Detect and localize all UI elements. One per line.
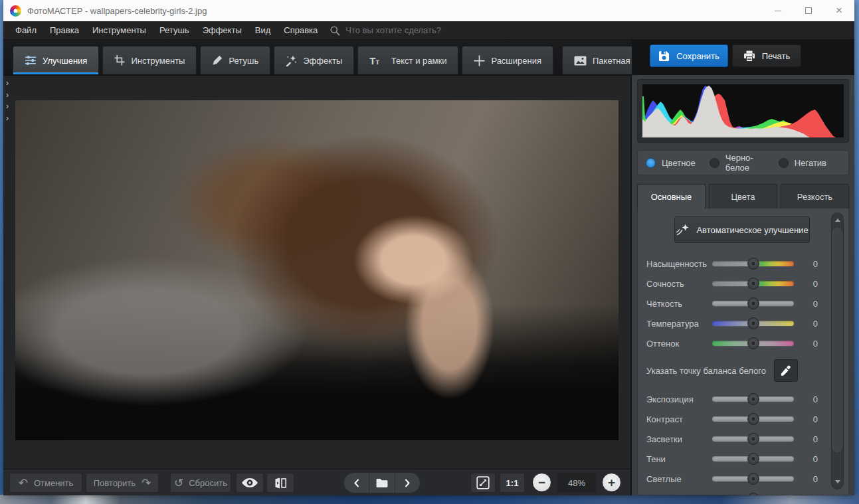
slider-handle[interactable] xyxy=(747,473,759,485)
menu-item-1[interactable]: Правка xyxy=(43,21,86,39)
folder-icon xyxy=(375,478,389,488)
slider-value: 0 xyxy=(813,259,819,269)
search-field[interactable]: Что вы хотите сделать? xyxy=(330,25,441,36)
ribbon-tab-0[interactable]: Улучшения xyxy=(13,46,99,74)
slider-handle[interactable] xyxy=(747,317,759,329)
menu-item-5[interactable]: Вид xyxy=(248,21,278,39)
color-mode-label: Черно-белое xyxy=(725,153,765,173)
prev-photo-button[interactable] xyxy=(344,473,369,493)
print-button[interactable]: Печать xyxy=(732,44,801,67)
color-mode-2[interactable]: Негатив xyxy=(779,158,826,168)
menu-item-4[interactable]: Эффекты xyxy=(196,21,248,39)
slider-label: Насыщенность xyxy=(646,259,712,269)
menu-bar: ФайлПравкаИнструментыРетушьЭффектыВидСпр… xyxy=(3,21,854,40)
ribbon-tabs: УлучшенияИнструментыРетушьЭффектыTтТекст… xyxy=(13,46,690,74)
slider-handle[interactable] xyxy=(747,493,759,495)
slider-track[interactable] xyxy=(712,456,794,462)
slider-top-row-1: Сочность0 xyxy=(646,274,819,294)
menu-item-0[interactable]: Файл xyxy=(9,21,43,39)
title-bar: ФотоМАСТЕР - wallpapers-celebrity-girls-… xyxy=(3,0,854,21)
panel-tab-0[interactable]: Основные xyxy=(637,184,706,209)
slider-track[interactable] xyxy=(712,321,794,326)
slider-handle[interactable] xyxy=(747,413,759,425)
slider-track[interactable] xyxy=(712,301,794,306)
menu-item-2[interactable]: Инструменты xyxy=(86,21,153,39)
app-logo-icon xyxy=(10,5,21,17)
next-photo-button[interactable] xyxy=(395,473,420,493)
collapsed-panel-chevrons[interactable]: › › › › xyxy=(4,78,9,124)
white-balance-eyedropper-button[interactable] xyxy=(774,359,798,382)
slider-track[interactable] xyxy=(712,476,794,481)
minimize-button[interactable]: ─ xyxy=(763,0,793,21)
zoom-1to1-button[interactable]: 1:1 xyxy=(500,473,525,493)
scrollbar-thumb[interactable] xyxy=(832,228,842,452)
slider-handle[interactable] xyxy=(747,278,759,290)
auto-enhance-label: Автоматическое улучшение xyxy=(696,225,808,235)
ribbon-tab-5[interactable]: Расширения xyxy=(462,46,553,74)
slider-track[interactable] xyxy=(712,341,794,346)
compare-before-after-button[interactable] xyxy=(266,473,294,493)
bottom-toolbar: ↶ Отменить Повторить ↷ ↺ Сбросить xyxy=(3,469,630,495)
close-button[interactable]: × xyxy=(824,0,854,21)
scroll-up-button[interactable] xyxy=(832,214,842,226)
slider-bottom-row-4: Светлые0 xyxy=(646,469,819,489)
radio-icon xyxy=(779,158,789,168)
print-icon xyxy=(743,50,755,62)
slider-value: 0 xyxy=(813,494,819,496)
slider-track[interactable] xyxy=(712,281,794,286)
menu-items: ФайлПравкаИнструментыРетушьЭффектыВидСпр… xyxy=(9,21,324,39)
slider-handle[interactable] xyxy=(747,453,759,465)
slider-track[interactable] xyxy=(712,436,794,442)
slider-track[interactable] xyxy=(712,396,794,402)
zoom-level[interactable]: 48% xyxy=(557,473,597,493)
undo-button[interactable]: ↶ Отменить xyxy=(9,473,82,493)
maximize-button[interactable] xyxy=(793,0,824,21)
menu-item-3[interactable]: Ретушь xyxy=(153,21,196,39)
undo-label: Отменить xyxy=(34,478,73,488)
panel-tab-2[interactable]: Резкость xyxy=(781,184,849,209)
panel-tab-1[interactable]: Цвета xyxy=(709,184,777,209)
color-mode-0[interactable]: Цветное xyxy=(646,158,696,168)
radio-icon xyxy=(710,158,719,168)
redo-button[interactable]: Повторить ↷ xyxy=(86,473,159,493)
text-icon: Tт xyxy=(369,55,385,66)
slider-handle[interactable] xyxy=(747,258,759,270)
slider-label: Тени xyxy=(646,454,712,464)
eyedropper-icon xyxy=(780,365,791,377)
ribbon-tab-2[interactable]: Ретушь xyxy=(200,46,270,74)
view-original-button[interactable] xyxy=(236,473,264,493)
slider-bottom-row-5: Тёмные0 xyxy=(646,489,819,495)
ribbon-tab-4[interactable]: TтТекст и рамки xyxy=(357,46,458,74)
sliders-icon xyxy=(25,55,37,66)
open-folder-button[interactable] xyxy=(369,473,394,493)
slider-handle[interactable] xyxy=(747,393,759,405)
app-window: ФотоМАСТЕР - wallpapers-celebrity-girls-… xyxy=(3,0,854,495)
slider-label: Экспозиция xyxy=(646,394,712,404)
reset-button[interactable]: ↺ Сбросить xyxy=(170,473,231,493)
window-title: ФотоМАСТЕР - wallpapers-celebrity-girls-… xyxy=(27,6,207,16)
save-button[interactable]: Сохранить xyxy=(650,44,728,67)
zoom-out-button[interactable]: − xyxy=(532,473,551,492)
slider-label: Температура xyxy=(646,319,712,329)
slider-value: 0 xyxy=(813,319,819,329)
panel-scrollbar[interactable] xyxy=(831,212,844,489)
slider-track[interactable] xyxy=(712,261,794,266)
wand-icon xyxy=(286,55,297,66)
menu-item-6[interactable]: Справка xyxy=(277,21,324,39)
scroll-down-button[interactable] xyxy=(832,476,842,487)
slider-track[interactable] xyxy=(712,416,794,422)
canvas-area: › › › › xyxy=(3,75,630,469)
ribbon-tab-3[interactable]: Эффекты xyxy=(274,46,354,74)
right-panel: ЦветноеЧерно-белоеНегатив ОсновныеЦветаР… xyxy=(630,75,854,495)
slider-handle[interactable] xyxy=(747,297,759,309)
ribbon-tab-1[interactable]: Инструменты xyxy=(102,46,197,74)
zoom-in-button[interactable]: + xyxy=(602,473,621,492)
slider-value: 0 xyxy=(813,434,819,444)
fit-to-screen-button[interactable] xyxy=(470,473,496,493)
color-mode-1[interactable]: Черно-белое xyxy=(710,153,765,173)
slider-handle[interactable] xyxy=(747,337,759,349)
slider-value: 0 xyxy=(813,474,819,484)
slider-handle[interactable] xyxy=(747,433,759,445)
color-mode-label: Негатив xyxy=(795,158,826,168)
auto-enhance-button[interactable]: Автоматическое улучшение xyxy=(674,216,810,243)
